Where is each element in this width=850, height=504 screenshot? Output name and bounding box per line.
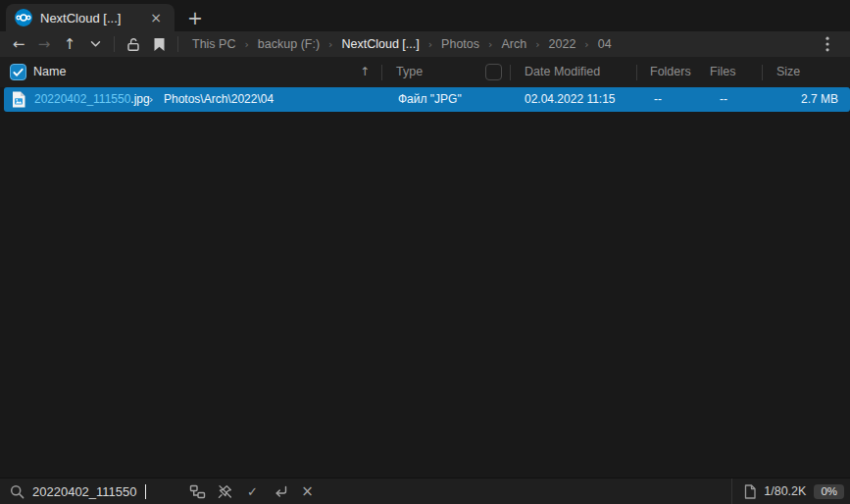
more-menu-button[interactable] xyxy=(821,34,834,54)
back-button[interactable]: ← xyxy=(6,31,31,57)
column-header-name[interactable]: Name xyxy=(33,57,66,87)
column-divider xyxy=(510,65,511,80)
column-divider xyxy=(762,65,763,80)
check-icon xyxy=(13,68,24,77)
status-group: 1/80.2K 0% xyxy=(731,479,844,504)
kebab-icon xyxy=(825,36,829,52)
toolbar-divider xyxy=(177,36,178,52)
file-list-empty-area xyxy=(0,112,850,478)
close-search-button[interactable]: × xyxy=(298,482,317,501)
breadcrumb-separator-icon: › xyxy=(244,38,248,51)
enter-search-button[interactable] xyxy=(271,482,289,501)
breadcrumb-item-2022[interactable]: 2022 xyxy=(549,37,576,51)
pin-slash-icon xyxy=(217,483,233,500)
unlock-button[interactable] xyxy=(121,31,146,57)
tab-title: NextCloud [...] xyxy=(40,11,138,25)
file-files-cell: -- xyxy=(704,87,743,112)
file-folders-cell: -- xyxy=(638,87,677,112)
file-type-cell: Файл "JPG" xyxy=(398,87,462,112)
text-caret xyxy=(145,484,146,499)
breadcrumb-separator-icon: › xyxy=(488,38,492,51)
search-query-text: 20220402_111550 xyxy=(32,484,137,499)
toolbar-divider xyxy=(114,36,115,52)
bottom-bar: 20220402_111550 ✓ xyxy=(0,478,850,504)
breadcrumb-separator-icon: › xyxy=(428,38,432,51)
file-size-cell: 2.7 MB xyxy=(801,87,838,112)
search-toolbar: ✓ × xyxy=(188,479,317,504)
file-date-modified-cell: 02.04.2022 11:15 xyxy=(525,87,616,112)
file-parent-path: Photos\Arch\2022\04 xyxy=(164,87,274,112)
new-tab-button[interactable]: + xyxy=(180,4,210,31)
chevron-down-icon xyxy=(90,40,101,48)
column-divider xyxy=(381,65,382,80)
breadcrumb-item-nextcloud[interactable]: NextCloud [...] xyxy=(341,37,419,51)
type-filter-checkbox[interactable] xyxy=(485,64,502,80)
file-extension: .jpg xyxy=(130,92,149,106)
unlock-icon xyxy=(125,36,141,52)
breadcrumb-item-arch[interactable]: Arch xyxy=(501,37,526,51)
column-header-date-modified[interactable]: Date Modified xyxy=(525,57,600,87)
tab-nextcloud[interactable]: NextCloud [...] × xyxy=(6,4,175,31)
search-subfolders-button[interactable] xyxy=(188,482,207,501)
jpg-file-icon xyxy=(12,91,25,108)
tab-bar: NextCloud [...] × + xyxy=(0,0,850,31)
path-chevron-icon: › xyxy=(149,87,153,112)
toolbar: ← → ↑ This PC › backup (F:) › NextCloud … xyxy=(0,31,850,57)
search-input[interactable]: 20220402_111550 xyxy=(10,479,146,504)
column-divider xyxy=(636,65,637,80)
breadcrumb-separator-icon: › xyxy=(535,38,539,51)
breadcrumb-separator-icon: › xyxy=(584,38,588,51)
status-divider xyxy=(731,479,732,504)
forward-button[interactable]: → xyxy=(31,31,57,57)
sort-ascending-icon[interactable]: ↑ xyxy=(360,57,370,87)
breadcrumb-item-photos[interactable]: Photos xyxy=(441,37,479,51)
unpin-search-button[interactable] xyxy=(216,482,234,501)
search-icon xyxy=(10,484,25,499)
column-header-files[interactable]: Files xyxy=(710,57,735,87)
file-name: 20220402_111550.jpg xyxy=(34,87,150,112)
file-name-match: 20220402_111550 xyxy=(34,92,130,106)
column-header-folders[interactable]: Folders xyxy=(650,57,691,87)
breadcrumb-item-backup-f[interactable]: backup (F:) xyxy=(258,37,320,51)
selected-percent-badge: 0% xyxy=(814,484,844,499)
file-count-icon xyxy=(744,484,756,499)
breadcrumb-item-this-pc[interactable]: This PC xyxy=(192,37,235,51)
tab-close-icon[interactable]: × xyxy=(146,9,166,26)
up-button[interactable]: ↑ xyxy=(57,31,82,57)
breadcrumb-item-04[interactable]: 04 xyxy=(598,37,612,51)
history-dropdown-button[interactable] xyxy=(82,31,108,57)
enter-icon xyxy=(273,484,288,499)
bookmark-button[interactable] xyxy=(146,31,172,57)
file-row-selected[interactable]: 20220402_111550.jpg › Photos\Arch\2022\0… xyxy=(4,87,850,112)
bookmark-icon xyxy=(153,37,166,52)
column-header-size[interactable]: Size xyxy=(776,57,800,87)
file-count-text: 1/80.2K xyxy=(764,484,806,498)
breadcrumb-separator-icon: › xyxy=(328,38,332,51)
nextcloud-icon xyxy=(15,9,32,26)
column-header-row: Name ↑ Type Date Modified Folders Files … xyxy=(0,57,850,87)
column-header-type[interactable]: Type xyxy=(396,57,423,87)
confirm-search-button[interactable]: ✓ xyxy=(243,482,262,501)
select-all-checkbox[interactable] xyxy=(10,64,26,80)
breadcrumb: This PC › backup (F:) › NextCloud [...] … xyxy=(192,37,612,51)
tree-icon xyxy=(189,483,206,500)
